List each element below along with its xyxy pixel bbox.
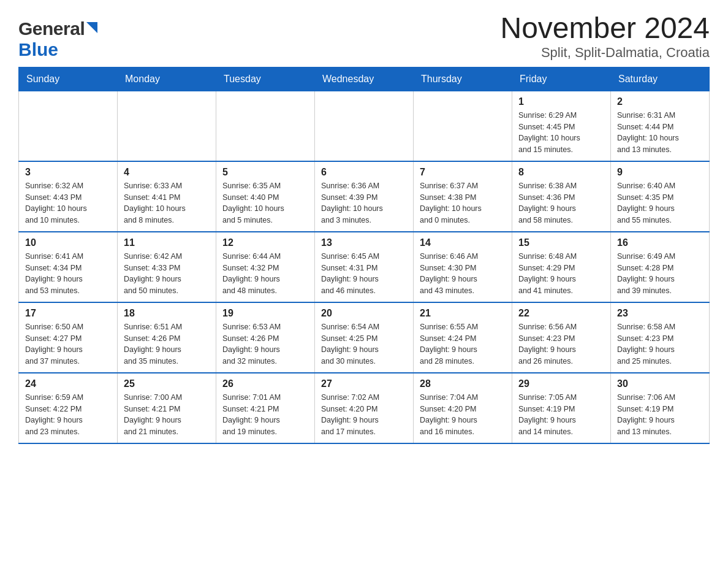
logo: General Blue [18, 18, 97, 60]
day-number: 12 [222, 237, 308, 248]
day-info: Sunrise: 6:45 AM Sunset: 4:31 PM Dayligh… [321, 251, 407, 297]
table-row: 17Sunrise: 6:50 AM Sunset: 4:27 PM Dayli… [19, 302, 118, 373]
col-saturday: Saturday [611, 67, 710, 91]
day-info: Sunrise: 6:53 AM Sunset: 4:26 PM Dayligh… [222, 321, 308, 367]
table-row: 12Sunrise: 6:44 AM Sunset: 4:32 PM Dayli… [216, 232, 315, 302]
day-info: Sunrise: 6:55 AM Sunset: 4:24 PM Dayligh… [420, 321, 506, 367]
day-number: 16 [617, 237, 703, 248]
day-number: 24 [25, 378, 111, 389]
col-wednesday: Wednesday [315, 67, 414, 91]
day-info: Sunrise: 6:49 AM Sunset: 4:28 PM Dayligh… [617, 251, 703, 297]
day-number: 2 [617, 96, 703, 107]
logo-general-text: General [18, 18, 85, 39]
logo-arrow-icon [86, 22, 97, 36]
day-number: 9 [617, 167, 703, 178]
svg-marker-0 [86, 22, 97, 33]
table-row: 13Sunrise: 6:45 AM Sunset: 4:31 PM Dayli… [315, 232, 414, 302]
day-number: 21 [420, 308, 506, 319]
day-info: Sunrise: 6:36 AM Sunset: 4:39 PM Dayligh… [321, 180, 407, 226]
day-info: Sunrise: 6:31 AM Sunset: 4:44 PM Dayligh… [617, 110, 703, 156]
day-info: Sunrise: 6:40 AM Sunset: 4:35 PM Dayligh… [617, 180, 703, 226]
calendar-week-row: 3Sunrise: 6:32 AM Sunset: 4:43 PM Daylig… [19, 161, 710, 232]
calendar-week-row: 17Sunrise: 6:50 AM Sunset: 4:27 PM Dayli… [19, 302, 710, 373]
calendar-title: November 2024 [500, 12, 710, 45]
day-number: 27 [321, 378, 407, 389]
day-number: 10 [25, 237, 111, 248]
table-row: 18Sunrise: 6:51 AM Sunset: 4:26 PM Dayli… [118, 302, 216, 373]
day-number: 29 [518, 378, 604, 389]
day-number: 6 [321, 167, 407, 178]
day-number: 1 [518, 96, 604, 107]
table-row: 9Sunrise: 6:40 AM Sunset: 4:35 PM Daylig… [611, 161, 710, 232]
day-number: 8 [518, 167, 604, 178]
day-info: Sunrise: 7:02 AM Sunset: 4:20 PM Dayligh… [321, 392, 407, 438]
table-row: 23Sunrise: 6:58 AM Sunset: 4:23 PM Dayli… [611, 302, 710, 373]
day-number: 17 [25, 308, 111, 319]
table-row: 24Sunrise: 6:59 AM Sunset: 4:22 PM Dayli… [19, 373, 118, 443]
table-row: 3Sunrise: 6:32 AM Sunset: 4:43 PM Daylig… [19, 161, 118, 232]
day-number: 18 [124, 308, 210, 319]
table-row: 1Sunrise: 6:29 AM Sunset: 4:45 PM Daylig… [512, 91, 611, 161]
table-row [19, 91, 118, 161]
title-block: November 2024 Split, Split-Dalmatia, Cro… [500, 12, 710, 61]
day-info: Sunrise: 6:54 AM Sunset: 4:25 PM Dayligh… [321, 321, 407, 367]
calendar-week-row: 10Sunrise: 6:41 AM Sunset: 4:34 PM Dayli… [19, 232, 710, 302]
col-monday: Monday [118, 67, 216, 91]
day-info: Sunrise: 6:37 AM Sunset: 4:38 PM Dayligh… [420, 180, 506, 226]
day-info: Sunrise: 6:58 AM Sunset: 4:23 PM Dayligh… [617, 321, 703, 367]
table-row: 2Sunrise: 6:31 AM Sunset: 4:44 PM Daylig… [611, 91, 710, 161]
table-row: 10Sunrise: 6:41 AM Sunset: 4:34 PM Dayli… [19, 232, 118, 302]
table-row: 21Sunrise: 6:55 AM Sunset: 4:24 PM Dayli… [414, 302, 512, 373]
day-info: Sunrise: 7:05 AM Sunset: 4:19 PM Dayligh… [518, 392, 604, 438]
day-info: Sunrise: 7:06 AM Sunset: 4:19 PM Dayligh… [617, 392, 703, 438]
day-number: 26 [222, 378, 308, 389]
day-info: Sunrise: 6:50 AM Sunset: 4:27 PM Dayligh… [25, 321, 111, 367]
day-info: Sunrise: 7:00 AM Sunset: 4:21 PM Dayligh… [124, 392, 210, 438]
day-number: 7 [420, 167, 506, 178]
table-row: 14Sunrise: 6:46 AM Sunset: 4:30 PM Dayli… [414, 232, 512, 302]
day-info: Sunrise: 7:01 AM Sunset: 4:21 PM Dayligh… [222, 392, 308, 438]
day-number: 30 [617, 378, 703, 389]
table-row: 19Sunrise: 6:53 AM Sunset: 4:26 PM Dayli… [216, 302, 315, 373]
table-row: 30Sunrise: 7:06 AM Sunset: 4:19 PM Dayli… [611, 373, 710, 443]
table-row: 26Sunrise: 7:01 AM Sunset: 4:21 PM Dayli… [216, 373, 315, 443]
table-row: 16Sunrise: 6:49 AM Sunset: 4:28 PM Dayli… [611, 232, 710, 302]
col-thursday: Thursday [414, 67, 512, 91]
table-row: 8Sunrise: 6:38 AM Sunset: 4:36 PM Daylig… [512, 161, 611, 232]
day-number: 4 [124, 167, 210, 178]
day-info: Sunrise: 7:04 AM Sunset: 4:20 PM Dayligh… [420, 392, 506, 438]
day-number: 14 [420, 237, 506, 248]
table-row: 28Sunrise: 7:04 AM Sunset: 4:20 PM Dayli… [414, 373, 512, 443]
day-number: 11 [124, 237, 210, 248]
day-info: Sunrise: 6:38 AM Sunset: 4:36 PM Dayligh… [518, 180, 604, 226]
day-info: Sunrise: 6:56 AM Sunset: 4:23 PM Dayligh… [518, 321, 604, 367]
day-number: 20 [321, 308, 407, 319]
day-number: 23 [617, 308, 703, 319]
table-row [118, 91, 216, 161]
day-number: 3 [25, 167, 111, 178]
table-row: 20Sunrise: 6:54 AM Sunset: 4:25 PM Dayli… [315, 302, 414, 373]
table-row [315, 91, 414, 161]
day-info: Sunrise: 6:44 AM Sunset: 4:32 PM Dayligh… [222, 251, 308, 297]
table-row [216, 91, 315, 161]
day-info: Sunrise: 6:59 AM Sunset: 4:22 PM Dayligh… [25, 392, 111, 438]
table-row: 11Sunrise: 6:42 AM Sunset: 4:33 PM Dayli… [118, 232, 216, 302]
col-friday: Friday [512, 67, 611, 91]
calendar-subtitle: Split, Split-Dalmatia, Croatia [500, 45, 710, 61]
day-number: 25 [124, 378, 210, 389]
table-row: 4Sunrise: 6:33 AM Sunset: 4:41 PM Daylig… [118, 161, 216, 232]
day-number: 22 [518, 308, 604, 319]
day-info: Sunrise: 6:33 AM Sunset: 4:41 PM Dayligh… [124, 180, 210, 226]
day-info: Sunrise: 6:42 AM Sunset: 4:33 PM Dayligh… [124, 251, 210, 297]
day-number: 5 [222, 167, 308, 178]
day-number: 19 [222, 308, 308, 319]
day-info: Sunrise: 6:29 AM Sunset: 4:45 PM Dayligh… [518, 110, 604, 156]
table-row: 25Sunrise: 7:00 AM Sunset: 4:21 PM Dayli… [118, 373, 216, 443]
table-row: 15Sunrise: 6:48 AM Sunset: 4:29 PM Dayli… [512, 232, 611, 302]
calendar-week-row: 24Sunrise: 6:59 AM Sunset: 4:22 PM Dayli… [19, 373, 710, 443]
calendar-table: Sunday Monday Tuesday Wednesday Thursday… [18, 67, 710, 444]
col-sunday: Sunday [19, 67, 118, 91]
day-number: 13 [321, 237, 407, 248]
table-row [414, 91, 512, 161]
table-row: 27Sunrise: 7:02 AM Sunset: 4:20 PM Dayli… [315, 373, 414, 443]
